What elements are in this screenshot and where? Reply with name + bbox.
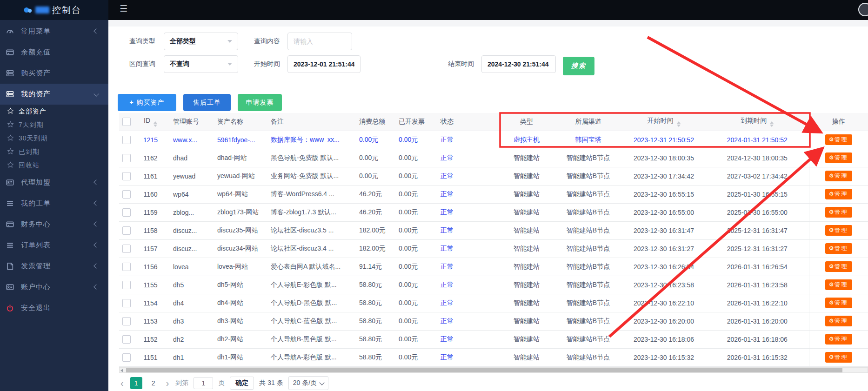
cell-start: 2023-12-30 16:15:32 [622, 348, 706, 366]
status-link[interactable]: 正常 [441, 335, 454, 343]
row-checkbox[interactable] [122, 317, 131, 325]
manage-button[interactable]: ⚙管理 [825, 152, 852, 163]
start-time-input[interactable] [287, 55, 361, 73]
sidebar-item[interactable]: 我的工单 [0, 193, 108, 214]
row-checkbox[interactable] [122, 245, 131, 253]
status-link[interactable]: 正常 [441, 317, 454, 325]
sort-icon[interactable] [677, 121, 681, 127]
sidebar-item[interactable]: 安全退出 [0, 298, 108, 318]
manage-button[interactable]: ⚙管理 [825, 261, 852, 272]
scrollbar-thumb[interactable] [126, 368, 842, 372]
search-button[interactable]: 搜索 [563, 57, 594, 75]
user-avatar[interactable] [858, 3, 868, 16]
hamburger-menu-icon[interactable]: ☰ [120, 4, 127, 13]
sidebar-item[interactable]: 我的资产 [0, 84, 108, 105]
status-link[interactable]: 正常 [441, 245, 454, 252]
sidebar-item[interactable]: 代理加盟 [0, 172, 108, 193]
cell-channel: 智能建站B节点 [554, 348, 622, 366]
manage-button[interactable]: ⚙管理 [825, 171, 852, 181]
buy-asset-button[interactable]: +购买资产 [118, 94, 176, 111]
end-time-input[interactable] [481, 55, 556, 73]
row-checkbox[interactable] [122, 136, 131, 144]
row-checkbox[interactable] [122, 154, 131, 162]
status-link[interactable]: 正常 [441, 154, 454, 161]
sidebar-subitem[interactable]: 已到期 [0, 145, 108, 159]
row-checkbox[interactable] [122, 208, 131, 217]
page-number[interactable]: 2 [147, 377, 160, 389]
column-header[interactable]: 到期时间 [706, 113, 809, 131]
sort-icon[interactable] [154, 121, 157, 127]
status-link[interactable]: 正常 [441, 172, 454, 179]
page-number[interactable]: 1 [130, 377, 142, 389]
sidebar-item[interactable]: 余额充值 [0, 42, 108, 63]
row-checkbox[interactable] [122, 190, 131, 199]
row-checkbox[interactable] [122, 335, 131, 344]
cell-type: 智能建站 [499, 348, 554, 366]
row-checkbox[interactable] [122, 299, 131, 307]
cell-status: 正常 [435, 185, 499, 203]
sidebar-subitem[interactable]: 回收站 [0, 159, 108, 172]
manage-button[interactable]: ⚙管理 [825, 279, 852, 290]
select-all-checkbox[interactable] [122, 118, 131, 126]
sidebar-subitem[interactable]: 全部资产 [0, 105, 108, 118]
status-link[interactable]: 正常 [441, 190, 454, 198]
manage-button[interactable]: ⚙管理 [825, 225, 852, 236]
sidebar-subitem[interactable]: 7天到期 [0, 118, 108, 132]
filter-content-input[interactable] [287, 33, 352, 50]
aftersale-ticket-button[interactable]: 售后工单 [183, 94, 231, 111]
prev-page-icon[interactable]: ‹ [119, 378, 125, 388]
row-checkbox[interactable] [122, 172, 131, 180]
manage-button[interactable]: ⚙管理 [825, 352, 852, 363]
status-link[interactable]: 正常 [441, 353, 454, 361]
column-header[interactable]: 开始时间 [622, 113, 706, 131]
status-link[interactable]: 正常 [441, 299, 454, 306]
status-link[interactable]: 正常 [441, 226, 454, 234]
sidebar-item[interactable]: 账户中心 [0, 277, 108, 298]
gear-icon: ⚙ [829, 245, 834, 252]
column-header[interactable]: ID [134, 113, 167, 131]
row-checkbox[interactable] [122, 226, 131, 235]
manage-button[interactable]: ⚙管理 [825, 316, 852, 326]
sidebar-subitem[interactable]: 30天到期 [0, 132, 108, 145]
status-link[interactable]: 正常 [441, 281, 454, 288]
filter-range-select[interactable]: 不查询 [164, 55, 238, 73]
total-count: 共 31 条 [259, 379, 283, 387]
select-all-header[interactable] [119, 113, 134, 131]
apply-invoice-button[interactable]: 申请发票 [238, 94, 282, 111]
chevron-left-icon [93, 200, 99, 205]
sidebar-item[interactable]: 购买资产 [0, 63, 108, 84]
row-checkbox[interactable] [122, 353, 131, 362]
status-link[interactable]: 正常 [441, 263, 454, 270]
sidebar-item[interactable]: 发票管理 [0, 256, 108, 277]
sort-icon[interactable] [770, 121, 774, 127]
row-checkbox[interactable] [122, 281, 131, 289]
next-page-icon[interactable]: › [165, 378, 171, 388]
horizontal-scrollbar[interactable] [119, 367, 868, 373]
manage-button[interactable]: ⚙管理 [825, 298, 852, 308]
status-link[interactable]: 正常 [441, 136, 454, 143]
cell-action: ⚙管理 [809, 239, 868, 258]
brand-cloud-icon [23, 7, 33, 13]
manage-button[interactable]: ⚙管理 [825, 189, 852, 199]
filter-type-value: 全部类型 [170, 37, 196, 46]
cell-status: 正常 [435, 276, 499, 294]
cell-action: ⚙管理 [809, 348, 868, 366]
sidebar-item[interactable]: 订单列表 [0, 235, 108, 256]
goto-page-input[interactable] [194, 377, 213, 389]
sidebar-item[interactable]: 常用菜单 [0, 21, 108, 42]
scroll-left-icon[interactable] [120, 369, 123, 372]
cell-note: 博客-WordPress6.4 ... [265, 185, 354, 203]
page-size-select[interactable]: 20 条/页 [288, 376, 328, 390]
row-checkbox[interactable] [122, 263, 131, 271]
manage-button[interactable]: ⚙管理 [825, 207, 852, 218]
manage-button[interactable]: ⚙管理 [825, 243, 852, 254]
cell-type: 智能建站 [499, 221, 554, 239]
confirm-button[interactable]: 确定 [230, 377, 254, 390]
cell-account: wp64 [167, 185, 212, 203]
manage-button[interactable]: ⚙管理 [825, 134, 852, 145]
filter-type-select[interactable]: 全部类型 [164, 33, 238, 50]
manage-button[interactable]: ⚙管理 [825, 334, 852, 345]
sidebar-item[interactable]: 财务中心 [0, 214, 108, 235]
cell-type: 智能建站 [499, 185, 554, 203]
status-link[interactable]: 正常 [441, 208, 454, 216]
